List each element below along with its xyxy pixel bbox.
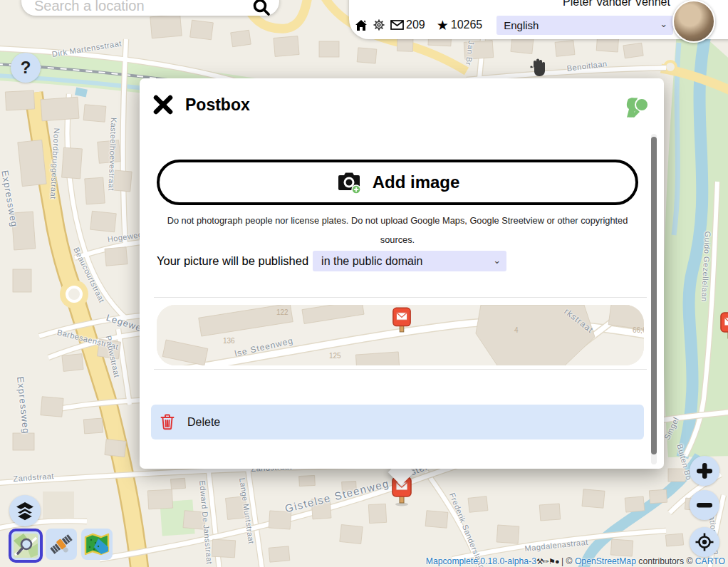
copyright-symbol: ©	[566, 556, 573, 566]
add-image-button[interactable]: Add image	[157, 160, 638, 205]
home-icon[interactable]	[355, 19, 368, 31]
divider	[154, 297, 647, 298]
add-image-label: Add image	[373, 172, 460, 192]
postbox-dialog: Postbox Add image Do not photograph peop…	[140, 78, 664, 469]
username: Pieter Vander Vennet	[563, 0, 670, 9]
trash-icon	[160, 414, 175, 430]
scrollbar-thumb[interactable]	[651, 137, 657, 454]
house-number: 122	[276, 308, 288, 316]
attribution-badge-icons: ⚒✏⚑●	[536, 557, 559, 566]
osm-link[interactable]: OpenStreetMap	[575, 556, 636, 566]
layers-icon	[15, 501, 35, 521]
mapcomplete-logo-icon	[624, 95, 651, 122]
green-map-style-icon	[84, 533, 110, 556]
attribution-divider: |	[561, 556, 563, 566]
search-input[interactable]	[21, 0, 252, 16]
postbox-marker-icon	[392, 307, 412, 335]
mapcomplete-app: Dirk Martensstraat Jan Br Benoitlaan Exp…	[0, 0, 728, 567]
geolocate-icon	[695, 532, 714, 552]
close-icon[interactable]	[152, 94, 174, 115]
map-style-satellite-button[interactable]	[46, 529, 77, 560]
divider	[154, 369, 647, 370]
license-select[interactable]: in the public domain	[313, 251, 506, 271]
zoom-out-button[interactable]	[690, 490, 719, 520]
attribution-bar: Mapcomplete 0.18.0-alpha-3⚒✏⚑● | © OpenS…	[426, 556, 725, 566]
user-panel: Pieter Vander Vennet	[349, 0, 728, 39]
minus-icon	[695, 496, 714, 514]
plus-icon	[695, 462, 714, 480]
search-bar	[21, 0, 279, 16]
house-number: 4	[514, 326, 519, 334]
help-button[interactable]: ?	[11, 53, 41, 83]
mapcomplete-version-link[interactable]: Mapcomplete 0.18.0-alpha-3	[426, 556, 536, 566]
search-icon[interactable]	[252, 0, 271, 16]
location-minimap[interactable]: 122 136 125 4 66;6 lse Steenweg rkstraat	[157, 305, 644, 365]
delete-button[interactable]: Delete	[151, 405, 644, 439]
carto-link[interactable]: CARTO	[695, 556, 725, 566]
delete-label: Delete	[187, 416, 220, 429]
map-style-green-button[interactable]	[81, 529, 113, 560]
camera-icon	[336, 170, 363, 194]
house-number: 66;6	[633, 326, 644, 334]
house-number: 125	[329, 352, 341, 360]
license-row: Your picture will be published in the pu…	[157, 251, 506, 271]
copyright-symbol: ©	[686, 556, 692, 566]
contributors-text: contributors	[638, 556, 684, 566]
dialog-scrollbar[interactable]	[651, 134, 657, 464]
zoom-in-button[interactable]	[690, 456, 719, 486]
house-number: 136	[223, 337, 235, 345]
language-select[interactable]: English	[496, 16, 673, 35]
envelope-icon[interactable]	[390, 20, 404, 30]
hand-cursor-icon	[530, 57, 548, 77]
messages-count: 209	[406, 19, 425, 31]
layers-button[interactable]	[9, 495, 41, 526]
star-icon: ★	[437, 17, 449, 33]
geolocate-button[interactable]	[690, 527, 719, 557]
license-label: Your picture will be published	[157, 254, 308, 268]
image-policy-text: Do not photograph people nor license pla…	[160, 211, 635, 249]
gear-icon[interactable]	[373, 19, 385, 31]
dialog-title: Postbox	[185, 95, 250, 115]
satellite-style-icon	[49, 532, 73, 556]
postbox-marker-icon[interactable]	[719, 312, 728, 342]
map-style-osm-button[interactable]	[9, 529, 43, 563]
avatar[interactable]	[672, 0, 715, 43]
osm-style-icon	[14, 534, 38, 558]
changes-count: 10265	[451, 19, 483, 31]
